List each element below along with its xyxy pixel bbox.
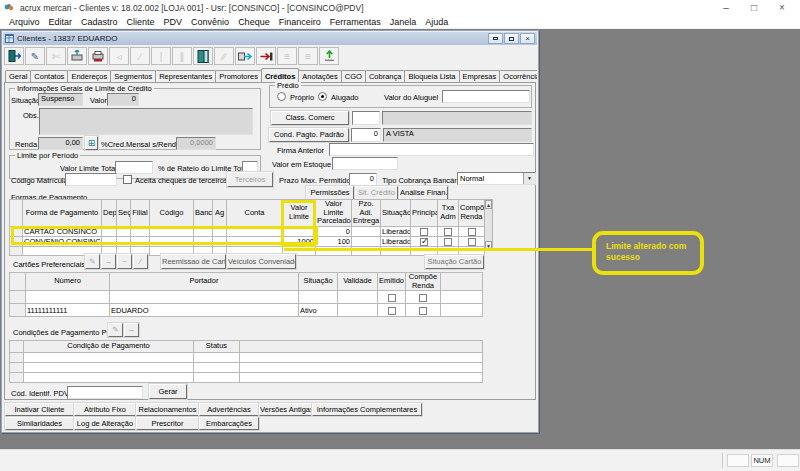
fp-row1-compoe-checkbox[interactable] [468,228,476,236]
tab-representantes[interactable]: Representantes [155,70,216,82]
informacoes-complementares-button[interactable]: Informações Complementares [312,403,422,416]
print-button[interactable] [88,47,108,65]
cards-row1-compoe-checkbox[interactable] [419,294,427,302]
valor-aluguel-field[interactable] [442,90,530,103]
minimize-icon[interactable]: – [712,0,740,15]
browse-button[interactable] [193,47,213,65]
tab-contatos[interactable]: Contatos [30,70,68,82]
reemissao-cartao-button[interactable]: Reemissao de Cartão [161,254,226,269]
clientes-titlebar[interactable]: Clientes - 13837 EDUARDO × [3,32,537,45]
versoes-antigas-button[interactable]: Versões Antigas [259,403,312,416]
menu-convenio[interactable]: Convênio [191,17,229,27]
cond-pagto-code-field[interactable]: 0 [351,128,381,142]
tab-ocorrencia[interactable]: Ocorrência [499,70,537,82]
menu-arquivo[interactable]: Arquivo [9,17,40,27]
cards-row2-compoe-checkbox[interactable] [419,307,427,315]
fp-row2-forma[interactable]: CONVENIO CONSINCO [23,236,102,246]
fp-row2-principal-checkbox[interactable] [420,238,428,246]
veiculos-conveniados-button[interactable]: Veículos Conveniados [227,254,296,269]
log-alteracao-button[interactable]: Log de Alteração [74,417,136,430]
fp-row1-txa-checkbox[interactable] [444,228,452,236]
tab-geral[interactable]: Geral [5,70,31,82]
tab-anotacoes[interactable]: Anotações [298,70,341,82]
menu-cadastro[interactable]: Cadastro [81,17,118,27]
maximize-icon[interactable]: □ [740,0,768,15]
exit-button[interactable] [4,47,24,65]
tab-promotores[interactable]: Promotores [215,70,262,82]
gerar-button[interactable]: Gerar [149,384,187,399]
menu-pdv[interactable]: PDV [164,17,183,27]
close-icon[interactable]: × [768,0,796,15]
tab-segmentos[interactable]: Segmentos [110,70,156,82]
prescritor-button[interactable]: Prescritor [136,417,199,430]
cards-row1-emitido-checkbox[interactable] [388,294,396,302]
menu-ajuda[interactable]: Ajuda [425,17,448,27]
valor-limite-total-field[interactable] [115,161,153,174]
tab-bloqueia-lista[interactable]: Bloqueia Lista [404,70,459,82]
menu-cliente[interactable]: Cliente [127,17,155,27]
tab-cobranca[interactable]: Cobrança [365,70,406,82]
child-restore-icon[interactable] [504,33,519,44]
fp-header-valor-limite-parcelado: Valor Limite Parcelado [316,200,352,227]
menu-cheque[interactable]: Cheque [238,17,270,27]
permissoes-button[interactable]: Permissões [306,186,354,200]
class-comerc-code-field[interactable] [352,111,380,125]
cod-identif-pdv-field[interactable] [67,386,143,399]
fp-table-scrollbar[interactable]: ▲ ▼ [484,199,493,251]
scroll-down-icon[interactable]: ▼ [485,241,492,250]
child-close-icon[interactable]: × [520,33,535,44]
tipo-cobranca-label: Tipo Cobrança Bancária [382,176,463,185]
similaridades-button[interactable]: Similaridades [5,417,74,430]
tab-creditos[interactable]: Créditos [261,68,299,82]
fp-row2-compoe-checkbox[interactable] [468,238,476,246]
renda-calc-button[interactable]: ⊞ [85,136,98,150]
status-panel-2 [777,454,799,467]
advertencias-button[interactable]: Advertências [199,403,259,416]
menu-janela[interactable]: Janela [390,17,417,27]
relacionamentos-button[interactable]: Relacionamentos [136,403,199,416]
scroll-up-icon[interactable]: ▲ [485,200,492,209]
prazo-max-field[interactable]: 0 [349,173,377,186]
upload-button[interactable] [319,47,339,65]
embarcacoes-button[interactable]: Embarcações [199,417,259,430]
proprio-radio[interactable] [277,92,286,101]
menu-ferramentas[interactable]: Ferramentas [330,17,381,27]
menubar: Arquivo Editar Cadastro Cliente PDV Conv… [0,15,800,29]
export-print-button[interactable] [67,47,87,65]
fp-row2-txa-checkbox[interactable] [444,238,452,246]
fp-header-compoe-renda: Compõe Renda [459,200,485,227]
renda-label: Renda [15,140,37,149]
chevron-down-icon[interactable]: ▼ [523,173,535,184]
tab-empresas[interactable]: Empresas [459,70,501,82]
cards-row2-emitido-checkbox[interactable] [388,307,396,315]
child-minimize-icon[interactable] [488,33,503,44]
alugado-radio[interactable] [318,92,327,101]
card-insert-button: → [101,254,116,269]
cond-pagto-button[interactable]: Cond. Pagto. Padrão [269,128,349,142]
analise-finan-button[interactable]: Análise Finan. [399,186,448,200]
situacao-field: Suspenso [38,93,83,106]
valor-estoque-field[interactable] [332,157,398,170]
edit-button[interactable]: ✎ [25,47,45,65]
situacao-label: Situação [11,96,40,105]
tab-enderecos[interactable]: Endereços [67,70,111,82]
situacao-cartao-button[interactable]: Situação Cartão [425,255,484,269]
class-comerc-button[interactable]: Class. Comerc [271,111,349,125]
cod-matricula-field[interactable] [65,173,117,186]
inativar-cliente-button[interactable]: Inativar Cliente [5,403,74,416]
cards-row2-portador: EDUARDO [110,304,299,317]
tipo-cobranca-dropdown[interactable]: Normal ▼ [457,172,536,185]
transfer-in-button[interactable] [235,47,255,65]
card-edit-button: ✎ [85,254,100,269]
aceita-cheques-checkbox[interactable] [123,175,132,184]
tab-cgo[interactable]: CGO [341,70,366,82]
menu-financeiro[interactable]: Financeiro [279,17,321,27]
cond-pagto-desc-field: A VISTA [383,128,532,142]
fp-row1-principal-checkbox[interactable] [420,228,428,236]
atributo-fixo-button[interactable]: Atributo Fixo [74,403,136,416]
menu-editar[interactable]: Editar [49,17,73,27]
firma-anterior-field[interactable] [329,143,534,156]
fp-row1-forma[interactable]: CARTAO CONSINCO [23,226,102,236]
cards-row2-numero[interactable]: 11111111111 [26,304,110,317]
transfer-out-button[interactable] [256,47,276,65]
